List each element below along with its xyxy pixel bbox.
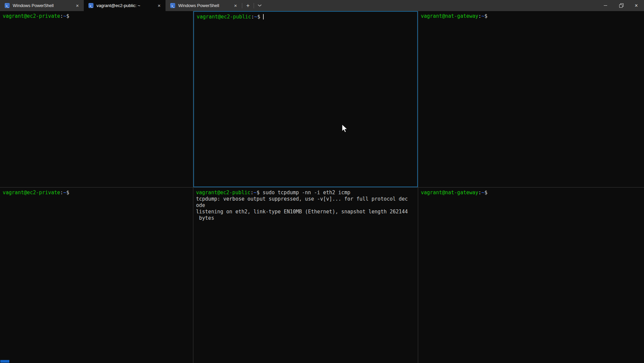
- prompt-path: ~: [254, 190, 257, 196]
- close-window-button[interactable]: ×: [629, 0, 644, 11]
- prompt-symbol: $: [257, 14, 260, 20]
- minimize-button[interactable]: [598, 0, 613, 11]
- prompt-symbol: $: [66, 190, 69, 196]
- prompt-symbol: $: [66, 13, 69, 19]
- restore-button[interactable]: [613, 0, 629, 11]
- prompt-symbol: $: [485, 13, 488, 19]
- command-text: sudo tcpdump -nn -i eth2 icmp: [263, 190, 350, 196]
- tab-title: vagrant@ec2-public: ~: [96, 3, 153, 8]
- shell-prompt: vagrant@ec2-private:~$: [3, 190, 190, 196]
- new-tab-button[interactable]: +: [242, 0, 254, 11]
- terminal-pane-ec2-public-bottom-tcpdump[interactable]: vagrant@ec2-public:~$sudo tcpdump -nn -i…: [193, 188, 418, 363]
- prompt-separator: :: [60, 13, 63, 19]
- terminal-pane-nat-gateway-bottom[interactable]: vagrant@nat-gateway:~$: [418, 188, 644, 363]
- tab-vagrant-ec2-public[interactable]: >_ vagrant@ec2-public: ~ ×: [84, 0, 166, 11]
- restore-icon: [619, 4, 623, 7]
- terminal-output-line: listening on eth2, link-type EN10MB (Eth…: [196, 209, 415, 215]
- tab-title: Windows PowerShell: [178, 3, 229, 8]
- prompt-separator: :: [251, 190, 254, 196]
- prompt-user-host: vagrant@nat-gateway: [421, 13, 478, 19]
- prompt-separator: :: [478, 190, 481, 196]
- terminal-pane-ec2-public-top-focused[interactable]: vagrant@ec2-public:~$: [193, 11, 418, 187]
- terminal-pane-ec2-private-bottom[interactable]: vagrant@ec2-private:~$: [0, 188, 193, 363]
- tab-close-icon[interactable]: ×: [74, 2, 81, 9]
- prompt-path: ~: [63, 190, 66, 196]
- prompt-separator: :: [251, 14, 254, 20]
- shell-prompt: vagrant@nat-gateway:~$: [421, 13, 641, 19]
- text-cursor: [263, 14, 264, 19]
- prompt-symbol: $: [485, 190, 488, 196]
- shell-prompt: vagrant@ec2-private:~$: [3, 13, 190, 19]
- powershell-icon: >_: [5, 3, 10, 8]
- terminal-output-line: bytes: [196, 215, 415, 221]
- chevron-down-icon: [258, 4, 262, 7]
- mouse-pointer-icon: [341, 124, 348, 134]
- terminal-pane-nat-gateway-top[interactable]: vagrant@nat-gateway:~$: [418, 11, 644, 187]
- powershell-icon-glyph: >_: [6, 4, 9, 8]
- prompt-path: ~: [481, 13, 485, 19]
- tab-bar-spacer: [265, 0, 598, 11]
- shell-prompt-with-command: vagrant@ec2-public:~$sudo tcpdump -nn -i…: [196, 190, 415, 196]
- prompt-path: ~: [254, 14, 257, 20]
- prompt-separator: :: [478, 13, 481, 19]
- taskbar-peek-fragment: [0, 360, 9, 363]
- terminal-pane-ec2-private-top[interactable]: vagrant@ec2-private:~$: [0, 11, 193, 187]
- prompt-symbol: $: [257, 190, 260, 196]
- prompt-path: ~: [481, 190, 485, 196]
- shell-prompt: vagrant@ec2-public:~$: [197, 14, 414, 20]
- tab-windows-powershell-2[interactable]: >_ Windows PowerShell ×: [166, 0, 242, 11]
- prompt-path: ~: [63, 13, 66, 19]
- minimize-icon: [604, 5, 607, 6]
- powershell-icon-glyph: >_: [90, 4, 92, 8]
- windows-terminal-window: >_ Windows PowerShell × >_ vagrant@ec2-p…: [0, 0, 644, 363]
- tab-windows-powershell-1[interactable]: >_ Windows PowerShell ×: [0, 0, 84, 11]
- pane-grid: vagrant@ec2-private:~$ vagrant@ec2-publi…: [0, 11, 644, 363]
- prompt-user-host: vagrant@ec2-public: [196, 190, 251, 196]
- powershell-icon: >_: [170, 3, 175, 8]
- prompt-user-host: vagrant@ec2-private: [3, 190, 60, 196]
- tab-bar: >_ Windows PowerShell × >_ vagrant@ec2-p…: [0, 0, 644, 11]
- prompt-separator: :: [60, 190, 63, 196]
- tab-title: Windows PowerShell: [13, 3, 71, 8]
- shell-prompt: vagrant@nat-gateway:~$: [421, 190, 641, 196]
- prompt-user-host: vagrant@ec2-public: [197, 14, 251, 20]
- powershell-icon-glyph: >_: [172, 4, 174, 8]
- tab-dropdown-button[interactable]: [254, 0, 265, 11]
- tab-close-icon[interactable]: ×: [232, 2, 239, 9]
- terminal-output-line: ode: [196, 202, 415, 209]
- prompt-user-host: vagrant@nat-gateway: [421, 190, 478, 196]
- powershell-icon: >_: [88, 3, 93, 8]
- terminal-output-line: tcpdump: verbose output suppressed, use …: [196, 196, 415, 202]
- prompt-user-host: vagrant@ec2-private: [3, 13, 60, 19]
- tab-close-icon[interactable]: ×: [156, 2, 163, 9]
